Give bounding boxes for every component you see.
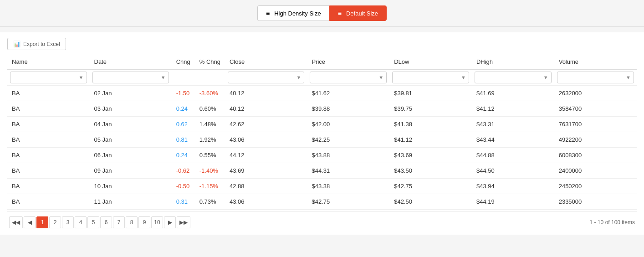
table-cell: 43.06 (225, 194, 307, 210)
table-cell: 05 Jan (90, 132, 172, 148)
table-cell: 0.81 (172, 132, 195, 148)
table-cell: $43.69 (389, 148, 472, 163)
lines-icon (266, 10, 271, 17)
col-dhigh: DHigh (472, 55, 554, 69)
table-cell: $41.38 (389, 117, 472, 132)
filter-date-icon[interactable]: ▼ (160, 75, 167, 80)
table-cell: BA (7, 148, 90, 163)
page-7-button[interactable]: 7 (113, 216, 125, 228)
table-cell: -1.40% (195, 163, 225, 179)
filter-dhigh-icon[interactable]: ▼ (542, 75, 549, 80)
table-cell: 03 Jan (90, 101, 172, 117)
table-row: BA06 Jan0.240.55%44.12$43.88$43.69$44.88… (7, 148, 637, 163)
filter-pct-chng (195, 69, 225, 86)
table-cell: $42.50 (389, 194, 472, 210)
filter-name: ▼ (7, 69, 90, 86)
export-icon: 📊 (13, 41, 20, 47)
last-page-button[interactable]: ▶▶ (177, 216, 190, 228)
table-cell: 2632000 (554, 86, 637, 101)
header-row: Name Date Chng % Chng Close Price DLow D… (7, 55, 637, 69)
table-cell: $39.81 (389, 86, 472, 101)
table-cell: 04 Jan (90, 117, 172, 132)
table-cell: 09 Jan (90, 163, 172, 179)
table-cell: -3.60% (195, 86, 225, 101)
table-cell: 06 Jan (90, 148, 172, 163)
filter-date: ▼ (90, 69, 172, 86)
table-cell: 6008300 (554, 148, 637, 163)
filter-volume: ▼ (554, 69, 637, 86)
page-3-button[interactable]: 3 (62, 216, 74, 228)
first-page-button[interactable]: ◀◀ (9, 216, 23, 228)
table-cell: 2335000 (554, 194, 637, 210)
content-area: 📊 Export to Excel Name Date Chng % Chng … (0, 32, 644, 235)
table-row: BA11 Jan0.310.73%43.06$42.75$42.50$44.19… (7, 194, 637, 210)
page-10-button[interactable]: 10 (151, 216, 163, 228)
filter-name-icon[interactable]: ▼ (78, 75, 85, 80)
filter-chng (172, 69, 195, 86)
table-cell: -1.50 (172, 86, 195, 101)
table-cell: $44.31 (307, 163, 389, 179)
col-price: Price (307, 55, 389, 69)
page-2-button[interactable]: 2 (49, 216, 61, 228)
table-cell: $43.31 (472, 117, 554, 132)
col-name: Name (7, 55, 90, 69)
table-cell: 7631700 (554, 117, 637, 132)
filter-volume-icon[interactable]: ▼ (625, 75, 632, 80)
table-cell: $41.12 (389, 132, 472, 148)
table-cell: $39.88 (307, 101, 389, 117)
filter-dlow: ▼ (389, 69, 472, 86)
pagination-controls: ◀◀ ◀ 1 2 3 4 5 6 7 8 9 10 ▶ ▶▶ (9, 216, 190, 228)
page-6-button[interactable]: 6 (100, 216, 112, 228)
page-5-button[interactable]: 5 (87, 216, 99, 228)
table-row: BA05 Jan0.811.92%43.06$42.25$41.12$43.44… (7, 132, 637, 148)
filter-close-input[interactable] (230, 74, 296, 81)
table-cell: BA (7, 179, 90, 194)
filter-volume-input[interactable] (559, 74, 625, 81)
table-cell: 43.06 (225, 132, 307, 148)
table-cell: 42.88 (225, 179, 307, 194)
col-date: Date (90, 55, 172, 69)
filter-dlow-input[interactable] (394, 74, 460, 81)
default-size-button[interactable]: Default Size (329, 5, 387, 21)
table-cell: $43.50 (389, 163, 472, 179)
filter-price: ▼ (307, 69, 389, 86)
table-body: BA02 Jan-1.50-3.60%40.12$41.62$39.81$41.… (7, 86, 637, 210)
high-density-button[interactable]: High Density Size (257, 5, 329, 21)
table-cell: 3584700 (554, 101, 637, 117)
table-cell: BA (7, 86, 90, 101)
toolbar: 📊 Export to Excel (7, 38, 637, 50)
export-to-excel-button[interactable]: 📊 Export to Excel (7, 38, 66, 50)
filter-date-input[interactable] (95, 74, 160, 81)
table-cell: BA (7, 101, 90, 117)
col-close: Close (225, 55, 307, 69)
page-1-button[interactable]: 1 (36, 216, 48, 228)
lines-icon-2 (338, 10, 343, 17)
table-cell: $43.94 (472, 179, 554, 194)
filter-price-input[interactable] (312, 74, 378, 81)
prev-page-button[interactable]: ◀ (24, 216, 36, 228)
col-dlow: DLow (389, 55, 472, 69)
col-chng: Chng (172, 55, 195, 69)
table-cell: $42.75 (389, 179, 472, 194)
table-cell: $41.12 (472, 101, 554, 117)
table-cell: 40.12 (225, 86, 307, 101)
pagination-summary: 1 - 10 of 100 items (590, 219, 635, 226)
filter-dlow-icon[interactable]: ▼ (460, 75, 467, 80)
table-cell: -0.50 (172, 179, 195, 194)
table-cell: 43.69 (225, 163, 307, 179)
page-8-button[interactable]: 8 (126, 216, 138, 228)
filter-dhigh-input[interactable] (477, 74, 542, 81)
page-9-button[interactable]: 9 (138, 216, 150, 228)
next-page-button[interactable]: ▶ (164, 216, 176, 228)
table-cell: BA (7, 117, 90, 132)
table-cell: 10 Jan (90, 179, 172, 194)
filter-name-input[interactable] (12, 74, 78, 81)
table-cell: $41.62 (307, 86, 389, 101)
filter-price-icon[interactable]: ▼ (378, 75, 384, 80)
table-cell: $43.38 (307, 179, 389, 194)
export-label: Export to Excel (23, 41, 60, 47)
table-cell: $42.00 (307, 117, 389, 132)
table-row: BA04 Jan0.621.48%42.62$42.00$41.38$43.31… (7, 117, 637, 132)
page-4-button[interactable]: 4 (75, 216, 87, 228)
filter-close-icon[interactable]: ▼ (296, 75, 302, 80)
